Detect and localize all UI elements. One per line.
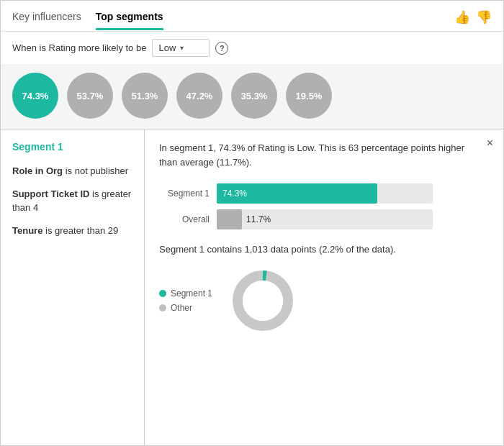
rating-dropdown[interactable]: Low ▾ bbox=[152, 39, 210, 57]
main-content: Segment 1 Role in Org is not publisher S… bbox=[1, 129, 503, 445]
legend-dot-other bbox=[159, 304, 166, 311]
left-panel: Segment 1 Role in Org is not publisher S… bbox=[1, 129, 145, 445]
header: Key influencers Top segments 👍 👎 bbox=[1, 1, 503, 32]
close-button[interactable]: × bbox=[487, 137, 493, 150]
header-icons: 👍 👎 bbox=[454, 9, 492, 31]
segment-circle-1[interactable]: 53.7% bbox=[67, 73, 113, 119]
bar-segment-value: 74.3% bbox=[217, 188, 247, 199]
bar-segment-label: Segment 1 bbox=[159, 188, 210, 199]
description-text: In segment 1, 74.3% of Rating is Low. Th… bbox=[159, 141, 469, 169]
condition-key-1: Support Ticket ID bbox=[12, 188, 89, 199]
segment-circle-2[interactable]: 51.3% bbox=[122, 73, 168, 119]
bar-overall-label: Overall bbox=[159, 214, 210, 224]
thumbup-icon[interactable]: 👍 bbox=[454, 9, 470, 25]
chevron-down-icon: ▾ bbox=[180, 44, 184, 52]
help-icon[interactable]: ? bbox=[215, 42, 228, 55]
condition-key-2: Tenure bbox=[12, 225, 42, 236]
main-container: Key influencers Top segments 👍 👎 When is… bbox=[0, 0, 504, 446]
tabs: Key influencers Top segments bbox=[12, 11, 163, 30]
condition-1: Support Ticket ID is greater than 4 bbox=[12, 187, 132, 215]
bar-fill-overall bbox=[217, 209, 242, 229]
bar-overall-value: 11.7% bbox=[246, 214, 271, 224]
thumbdown-icon[interactable]: 👎 bbox=[476, 9, 492, 25]
circles-row: 74.3% 53.7% 51.3% 47.2% 35.3% 19.5% bbox=[1, 64, 503, 129]
legend-item-segment: Segment 1 bbox=[159, 288, 212, 299]
datapoints-text: Segment 1 contains 1,013 data points (2.… bbox=[159, 244, 489, 255]
condition-desc-2: is greater than 29 bbox=[42, 225, 118, 236]
condition-2: Tenure is greater than 29 bbox=[12, 224, 132, 238]
bar-row-overall: Overall 11.7% bbox=[159, 209, 489, 229]
bar-track-overall: 11.7% bbox=[217, 209, 433, 229]
segment-circle-3[interactable]: 47.2% bbox=[176, 73, 222, 119]
bar-row-segment: Segment 1 74.3% bbox=[159, 183, 489, 204]
legend-item-other: Other bbox=[159, 303, 212, 313]
bar-fill-segment: 74.3% bbox=[217, 183, 377, 204]
segment-circle-0[interactable]: 74.3% bbox=[12, 73, 58, 119]
segment-circle-4[interactable]: 35.3% bbox=[231, 73, 277, 119]
donut-chart bbox=[227, 265, 299, 337]
donut-legend: Segment 1 Other bbox=[159, 288, 212, 313]
tab-key-influencers[interactable]: Key influencers bbox=[12, 11, 81, 30]
svg-point-2 bbox=[243, 281, 283, 321]
segment-title: Segment 1 bbox=[12, 141, 132, 153]
condition-key-0: Role in Org bbox=[12, 165, 63, 176]
donut-section: Segment 1 Other bbox=[159, 265, 489, 337]
filter-prefix: When is Rating more likely to be bbox=[12, 42, 146, 53]
legend-label-segment: Segment 1 bbox=[171, 288, 212, 299]
condition-desc-0: is not publisher bbox=[63, 165, 128, 176]
right-panel: × In segment 1, 74.3% of Rating is Low. … bbox=[145, 129, 503, 445]
bar-track-segment: 74.3% bbox=[217, 183, 433, 204]
tab-top-segments[interactable]: Top segments bbox=[96, 11, 163, 30]
filter-row: When is Rating more likely to be Low ▾ ? bbox=[1, 32, 503, 64]
segment-circle-5[interactable]: 19.5% bbox=[286, 73, 332, 119]
bar-chart: Segment 1 74.3% Overall 11.7% bbox=[159, 183, 489, 229]
legend-dot-segment bbox=[159, 290, 166, 297]
condition-0: Role in Org is not publisher bbox=[12, 164, 132, 178]
legend-label-other: Other bbox=[171, 303, 192, 313]
dropdown-value: Low bbox=[158, 42, 176, 53]
